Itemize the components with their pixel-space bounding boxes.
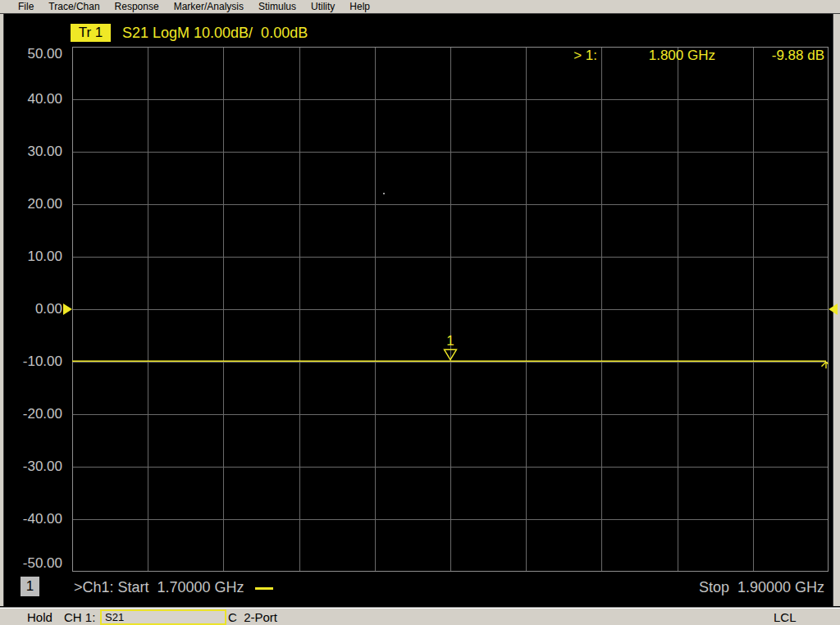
menu-marker-analysis[interactable]: Marker/Analysis xyxy=(167,0,251,13)
menu-stimulus[interactable]: Stimulus xyxy=(251,0,304,13)
y-axis-tick-label: 50.00 xyxy=(0,46,62,62)
reference-level-indicator-right-icon[interactable] xyxy=(829,303,838,315)
trace-1-selector[interactable]: Tr 1 xyxy=(71,24,111,42)
channel-number-badge: 1 xyxy=(21,577,39,596)
status-bar: Hold CH 1: S21 C 2-Port LCL xyxy=(0,607,840,625)
menu-response[interactable]: Response xyxy=(107,0,167,13)
vna-application-window: FileTrace/ChanResponseMarker/AnalysisSti… xyxy=(0,0,840,625)
reference-level-indicator-left-icon[interactable] xyxy=(63,303,72,315)
active-measurement-field[interactable]: S21 xyxy=(100,609,226,625)
y-axis-tick-label: -30.00 xyxy=(0,458,62,475)
start-frequency-label: >Ch1: Start 1.70000 GHz xyxy=(74,579,244,596)
trace-color-legend-dash xyxy=(255,587,273,590)
calibration-status-label: C 2-Port xyxy=(228,610,277,624)
marker-readout-value: -9.88 dB xyxy=(772,48,824,64)
y-axis-tick-label: -50.00 xyxy=(0,555,62,572)
y-axis-tick-label: -20.00 xyxy=(0,406,62,422)
y-axis-tick-label: 30.00 xyxy=(0,144,62,160)
y-axis-tick-label: -40.00 xyxy=(0,511,62,527)
menu-help[interactable]: Help xyxy=(342,0,377,13)
marker-readout-label: > 1: xyxy=(573,48,597,64)
sweep-position-arrow-icon xyxy=(822,362,827,367)
marker-1-number-label: 1 xyxy=(446,333,454,349)
menu-trace-chan[interactable]: Trace/Chan xyxy=(41,0,107,13)
y-axis-tick-label: 20.00 xyxy=(0,196,62,212)
menu-bar: FileTrace/ChanResponseMarker/AnalysisSti… xyxy=(0,0,840,14)
stop-frequency-label: Stop 1.90000 GHz xyxy=(699,579,824,596)
pixel-artifact xyxy=(383,193,385,194)
sweep-state-label: Hold xyxy=(27,610,52,624)
trace-settings-label: S21 LogM 10.00dB/ 0.00dB xyxy=(122,25,308,42)
control-mode-label: LCL xyxy=(774,610,797,624)
menu-utility[interactable]: Utility xyxy=(304,0,342,13)
y-axis-tick-label: 10.00 xyxy=(0,249,62,265)
channel-status-label: CH 1: xyxy=(64,610,95,624)
graticule-svg: 1 xyxy=(72,47,829,572)
y-axis-tick-label: 0.00 xyxy=(0,301,62,317)
menu-file[interactable]: File xyxy=(11,0,41,13)
graticule: 1 xyxy=(72,47,829,572)
marker-readout-frequency: 1.800 GHz xyxy=(649,48,715,64)
y-axis-tick-label: 40.00 xyxy=(0,91,62,107)
y-axis-tick-label: -10.00 xyxy=(0,354,62,370)
